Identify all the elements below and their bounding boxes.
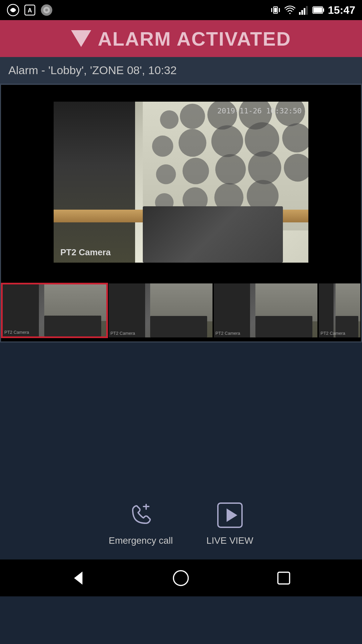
svg-point-19: [207, 102, 237, 129]
svg-point-24: [212, 125, 243, 157]
alarm-header: ALARM ACTIVATED: [0, 20, 362, 57]
svg-rect-16: [313, 7, 322, 13]
thumb-dots-2: [150, 283, 213, 321]
svg-point-27: [156, 164, 176, 184]
alarm-subtitle: Alarm - 'Lobby', 'ZONE 08', 10:32: [0, 57, 362, 84]
svg-rect-10: [299, 12, 301, 15]
thumb-left-3: [214, 283, 250, 337]
thumb-dots-3: [255, 283, 318, 321]
svg-rect-37: [143, 506, 149, 507]
svg-rect-12: [304, 8, 305, 15]
thumb-label-3: PT2 Camera: [216, 331, 240, 336]
home-button[interactable]: [168, 565, 194, 591]
svg-point-31: [284, 154, 308, 181]
svg-point-41: [174, 571, 188, 585]
svg-point-23: [179, 129, 206, 157]
svg-marker-40: [74, 572, 82, 585]
wifi-icon: [284, 5, 296, 15]
back-button[interactable]: [65, 565, 92, 591]
camera-container: 2019-11-26 10:32:50 PT2 Camera PT2 Camer…: [0, 84, 362, 342]
thumb-label-1: PT2 Camera: [4, 330, 29, 335]
camera-dark-item: [143, 206, 283, 263]
camera-timestamp: 2019-11-26 10:32:50: [217, 107, 302, 115]
svg-text:A: A: [28, 7, 32, 14]
thumbnail-4[interactable]: PT2 Camera: [318, 283, 361, 338]
status-bar: A: [0, 0, 362, 20]
svg-point-17: [160, 110, 178, 129]
thumbnail-3[interactable]: PT2 Camera: [213, 283, 318, 338]
empty-area: [0, 342, 362, 490]
svg-point-29: [215, 154, 246, 184]
emergency-call-label: Emergency call: [109, 535, 173, 546]
battery-icon: [312, 5, 324, 15]
app-icon-3: [40, 4, 53, 16]
status-bar-left: A: [7, 4, 53, 16]
svg-marker-39: [227, 508, 237, 522]
emergency-call-button[interactable]: Emergency call: [109, 500, 173, 546]
thumbnail-1[interactable]: PT2 Camera: [1, 283, 108, 338]
camera-left-dark: [54, 102, 135, 263]
live-view-button[interactable]: LIVE VIEW: [206, 500, 253, 546]
svg-rect-8: [271, 8, 272, 12]
camera-label: PT2 Camera: [60, 247, 111, 258]
vibrate-icon: [270, 5, 281, 15]
svg-rect-7: [274, 8, 277, 12]
action-bar: Emergency call LIVE VIEW: [0, 490, 362, 559]
svg-rect-15: [323, 8, 324, 12]
svg-rect-11: [301, 10, 303, 15]
thumb-left-2: [109, 283, 145, 337]
thumbnail-2[interactable]: PT2 Camera: [108, 283, 213, 338]
thumb-dark-3: [255, 316, 312, 337]
thumb-dots-4: [336, 283, 360, 321]
app-icon-1: [7, 4, 19, 16]
svg-point-5: [45, 9, 48, 11]
svg-rect-9: [279, 8, 280, 12]
svg-point-28: [183, 158, 209, 184]
thumb-label-4: PT2 Camera: [320, 331, 345, 336]
svg-point-22: [152, 136, 173, 157]
alarm-title: ALARM ACTIVATED: [98, 28, 291, 50]
recent-apps-button[interactable]: [270, 565, 297, 591]
thumbnail-strip: PT2 Camera PT2 Camera PT2 Camera PT2 Cam…: [1, 279, 361, 341]
play-icon: [215, 500, 245, 530]
signal-icon: [299, 5, 309, 15]
phone-plus-icon: [126, 500, 156, 530]
status-time: 15:47: [328, 4, 355, 16]
camera-main-view[interactable]: 2019-11-26 10:32:50 PT2 Camera: [1, 85, 361, 279]
status-bar-right: 15:47: [270, 4, 355, 16]
svg-point-30: [248, 151, 281, 184]
svg-point-26: [282, 123, 308, 153]
alarm-triangle-icon: [71, 30, 91, 47]
svg-rect-42: [278, 572, 290, 584]
home-icon: [172, 569, 190, 587]
thumb-dark-1: [44, 316, 101, 336]
svg-rect-13: [306, 6, 308, 15]
live-view-label: LIVE VIEW: [206, 535, 253, 546]
app-icon-2: A: [23, 4, 36, 16]
thumb-left-4: [319, 283, 333, 337]
svg-point-18: [180, 104, 205, 129]
thumb-left-1: [3, 284, 39, 336]
nav-bar: [0, 559, 362, 596]
thumb-label-2: PT2 Camera: [110, 331, 135, 336]
back-icon: [69, 569, 87, 587]
recent-icon: [275, 569, 293, 587]
thumb-dark-2: [150, 316, 207, 337]
alarm-subtitle-text: Alarm - 'Lobby', 'ZONE 08', 10:32: [8, 64, 177, 76]
camera-scene: 2019-11-26 10:32:50 PT2 Camera: [54, 102, 308, 263]
